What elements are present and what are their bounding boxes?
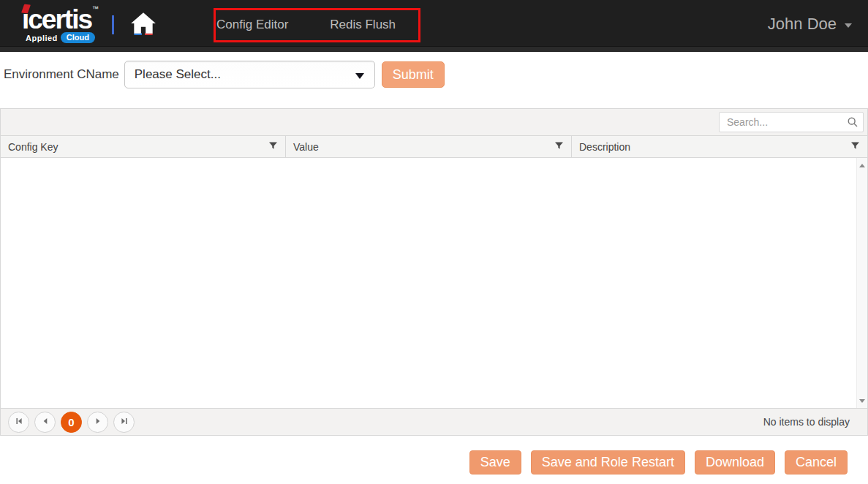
header-divider — [112, 15, 114, 34]
pager-prev-button[interactable] — [34, 412, 56, 433]
home-button[interactable] — [129, 12, 158, 38]
pager-last-button[interactable] — [113, 412, 135, 433]
pager-first-button[interactable] — [8, 412, 29, 433]
submit-button[interactable]: Submit — [382, 61, 445, 88]
pager-next-button[interactable] — [87, 412, 108, 433]
scroll-up-icon — [859, 164, 865, 167]
cancel-button[interactable]: Cancel — [785, 450, 848, 474]
pager-first-icon — [15, 415, 23, 428]
trademark-symbol: ™ — [92, 5, 99, 12]
column-header-value[interactable]: Value — [286, 136, 572, 157]
environment-cname-dropdown[interactable]: Please Select... — [124, 61, 375, 88]
environment-cname-label: Environment CName — [4, 67, 119, 82]
user-name: John Doe — [768, 15, 837, 34]
search-icon — [847, 116, 858, 131]
pager-next-icon — [94, 415, 102, 428]
dropdown-caret-icon — [355, 73, 364, 79]
vertical-scrollbar[interactable] — [856, 158, 867, 408]
chevron-down-icon — [845, 23, 852, 28]
filter-funnel-icon — [268, 141, 278, 153]
pager-prev-icon — [41, 415, 50, 428]
scrollbar-down-button[interactable] — [857, 395, 867, 407]
icertis-logo: icertis™ Applied Cloud — [22, 6, 99, 43]
brand-text: icertis — [22, 4, 91, 34]
app-header: icertis™ Applied Cloud Config Editor Red… — [0, 0, 868, 52]
filter-button[interactable] — [553, 140, 565, 154]
environment-row: Environment CName Please Select... Submi… — [0, 61, 868, 88]
brand-sub-prefix: Applied — [26, 34, 58, 42]
grid-header-row: Config Key Value Description — [1, 136, 867, 158]
save-and-role-restart-button[interactable]: Save and Role Restart — [531, 450, 685, 474]
column-label: Config Key — [8, 141, 58, 153]
brand-wordmark: icertis™ — [22, 6, 99, 33]
home-icon — [129, 11, 157, 38]
scroll-down-icon — [859, 399, 865, 403]
download-button[interactable]: Download — [695, 450, 775, 474]
column-header-config-key[interactable]: Config Key — [1, 136, 286, 157]
nav-item-redis-flush[interactable]: Redis Flush — [330, 18, 396, 32]
scrollbar-up-button[interactable] — [857, 159, 867, 171]
grid-toolbar — [1, 109, 867, 136]
save-button[interactable]: Save — [469, 450, 521, 474]
grid-pager: 0 No items to display — [1, 408, 867, 435]
grid-search — [719, 112, 864, 132]
top-nav: Config Editor Redis Flush — [216, 18, 396, 32]
column-header-description[interactable]: Description — [572, 136, 867, 157]
header-shadow-strip — [0, 46, 868, 52]
filter-button[interactable] — [267, 140, 279, 154]
column-label: Description — [579, 141, 630, 153]
column-label: Value — [293, 141, 319, 153]
footer-actions: Save Save and Role Restart Download Canc… — [0, 450, 868, 474]
pager-last-icon — [120, 415, 129, 428]
nav-item-config-editor[interactable]: Config Editor — [216, 18, 288, 32]
config-grid: Config Key Value Description — [0, 108, 868, 436]
pager-current-page[interactable]: 0 — [61, 412, 82, 433]
search-input[interactable] — [719, 112, 864, 132]
filter-funnel-icon — [554, 141, 564, 153]
user-menu[interactable]: John Doe — [768, 15, 852, 34]
dropdown-selected-value: Please Select... — [135, 67, 221, 82]
grid-body-empty — [1, 158, 867, 408]
filter-funnel-icon — [850, 141, 860, 153]
pager-status-text: No items to display — [763, 416, 850, 428]
filter-button[interactable] — [849, 140, 861, 154]
